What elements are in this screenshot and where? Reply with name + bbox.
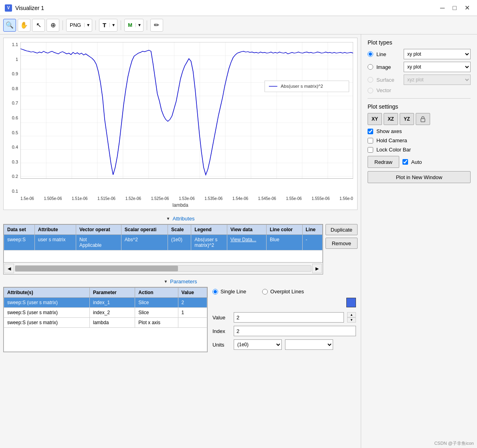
cell-legend: Abs(user smatrix)^2 <box>191 235 227 250</box>
value-spin-up[interactable]: ▲ <box>347 312 356 317</box>
attributes-row[interactable]: sweep:S user s matrix NotApplicable Abs^… <box>4 235 323 250</box>
marker-dropdown-arrow[interactable]: ▼ <box>135 23 143 27</box>
divider-1 <box>368 98 471 99</box>
axis-buttons-group: XY XZ YZ <box>368 113 471 125</box>
parameters-collapse-icon: ▼ <box>164 279 168 284</box>
units-select-1[interactable]: (1e0) <box>234 339 282 350</box>
plot-type-surface-select: xyz plot <box>404 75 471 85</box>
x-axis-labels: 1.5e-06 1.505e-06 1.51e-06 1.515e-06 1.5… <box>20 196 353 201</box>
attributes-scrollbar[interactable] <box>15 265 311 272</box>
show-axes-label: Show axes <box>376 128 402 134</box>
units-row: Units (1e0) <box>212 339 356 350</box>
index-input[interactable] <box>234 326 356 336</box>
scroll-right-button[interactable]: ▶ <box>312 264 322 273</box>
index-label: Index <box>212 328 230 334</box>
line-mode-group: Single Line Overplot Lines <box>212 289 356 295</box>
plot-types-title: Plot types <box>368 39 471 46</box>
window-title: Visualizer 1 <box>15 5 44 11</box>
params-row-3[interactable]: sweep:S (user s matrix) lambda Plot x ax… <box>4 318 207 328</box>
toolbar: 🔍 ✋ ↖ ⊕ PNG ▼ T ▼ M ▼ ✏ <box>0 16 477 34</box>
param-value-1: 2 <box>178 298 207 308</box>
col-scalar-op: Scalar operati <box>121 225 168 235</box>
params-row-1[interactable]: sweep:S (user s matrix) index_1 Slice 2 <box>4 298 207 308</box>
color-swatch-row <box>212 298 356 307</box>
xz-button[interactable]: XZ <box>384 113 398 125</box>
param-attr-3: sweep:S (user s matrix) <box>4 318 90 328</box>
plot-area[interactable]: 1.1 1 0.9 0.8 0.7 0.6 0.5 0.4 0.3 0.2 0.… <box>3 38 358 210</box>
col-param-attr: Attribute(s) <box>4 288 90 298</box>
close-button[interactable]: ✕ <box>462 4 472 12</box>
minimize-button[interactable]: ─ <box>438 4 447 12</box>
yz-button[interactable]: YZ <box>400 113 414 125</box>
cell-dataset: sweep:S <box>4 235 35 250</box>
parameters-header[interactable]: ▼ Parameters <box>3 276 358 287</box>
hold-camera-label: Hold Camera <box>376 137 407 143</box>
attributes-header[interactable]: ▼ Attributes <box>3 213 358 224</box>
value-spin-group: ▲ ▼ <box>347 312 356 323</box>
value-spin-down[interactable]: ▼ <box>347 317 356 323</box>
hold-camera-checkbox[interactable] <box>368 138 373 143</box>
col-param-value: Value <box>178 288 207 298</box>
attributes-side-buttons: Duplicate Remove <box>325 224 358 274</box>
marker-button-label[interactable]: M <box>125 22 135 28</box>
attributes-collapse-icon: ▼ <box>166 216 170 221</box>
text-dropdown-arrow[interactable]: ▼ <box>109 23 117 27</box>
params-table-wrapper: Attribute(s) Parameter Action Value swee… <box>3 287 208 352</box>
lock-button[interactable] <box>416 113 430 125</box>
params-table: Attribute(s) Parameter Action Value swee… <box>4 287 207 352</box>
plot-type-image-label: Image <box>376 64 400 70</box>
duplicate-button[interactable]: Duplicate <box>325 224 358 235</box>
remove-button[interactable]: Remove <box>325 238 358 249</box>
app-icon: V <box>5 4 12 12</box>
pan-button[interactable]: ✋ <box>18 19 30 32</box>
plot-type-image-select[interactable]: xy plot <box>404 62 471 72</box>
value-label: Value <box>212 315 230 321</box>
zoom-button[interactable]: 🔍 <box>3 19 16 32</box>
text-button-label[interactable]: T <box>99 22 109 28</box>
plot-new-window-button[interactable]: Plot in New Window <box>368 171 471 183</box>
lock-color-bar-checkbox[interactable] <box>368 147 373 153</box>
xy-button[interactable]: XY <box>368 113 382 125</box>
pencil-button[interactable]: ✏ <box>150 19 163 32</box>
marker-split-button[interactable]: M ▼ <box>124 19 144 32</box>
lock-color-bar-row: Lock Color Bar <box>368 147 471 153</box>
title-bar-left: V Visualizer 1 <box>5 4 44 12</box>
maximize-button[interactable]: □ <box>450 4 459 12</box>
svg-text:Abs(user s matrix)^2: Abs(user s matrix)^2 <box>281 84 323 89</box>
units-select-2[interactable] <box>285 339 333 350</box>
cell-view-data[interactable]: View Data... <box>227 235 266 250</box>
redraw-button[interactable]: Redraw <box>368 156 399 168</box>
toolbar-sep-2 <box>95 20 96 30</box>
attributes-empty-row <box>4 250 323 262</box>
y-axis-labels: 1.1 1 0.9 0.8 0.7 0.6 0.5 0.4 0.3 0.2 0.… <box>4 42 20 194</box>
col-scale: Scale <box>168 225 191 235</box>
plot-type-line-label: Line <box>376 51 400 57</box>
png-split-button[interactable]: PNG ▼ <box>66 19 92 32</box>
param-value-2: 1 <box>178 308 207 318</box>
svg-rect-6 <box>421 119 425 122</box>
attributes-scroll[interactable]: Data set Attribute Vector operat Scalar … <box>4 224 323 262</box>
cell-scale: (1e0) <box>168 235 191 250</box>
crosshair-button[interactable]: ⊕ <box>46 19 59 32</box>
select-button[interactable]: ↖ <box>32 19 45 32</box>
plot-type-line-select[interactable]: xy plot <box>404 49 471 59</box>
png-button-label[interactable]: PNG <box>67 22 84 28</box>
color-swatch[interactable] <box>346 298 356 307</box>
plot-type-image-radio[interactable] <box>368 64 373 70</box>
plot-type-line-radio[interactable] <box>368 51 373 57</box>
attributes-scrollbar-thumb <box>15 266 178 271</box>
title-bar: V Visualizer 1 ─ □ ✕ <box>0 0 477 16</box>
auto-checkbox[interactable] <box>402 159 408 165</box>
scroll-left-button[interactable]: ◀ <box>4 264 14 273</box>
single-line-row: Single Line <box>212 289 246 295</box>
param-param-3: lambda <box>90 318 135 328</box>
show-axes-checkbox[interactable] <box>368 129 373 134</box>
value-input[interactable] <box>234 312 344 323</box>
png-dropdown-arrow[interactable]: ▼ <box>84 23 92 27</box>
text-split-button[interactable]: T ▼ <box>99 19 117 32</box>
single-line-radio[interactable] <box>212 289 218 295</box>
hold-camera-row: Hold Camera <box>368 137 471 143</box>
overplot-lines-radio[interactable] <box>262 289 268 295</box>
params-row-2[interactable]: sweep:S (user s matrix) index_2 Slice 1 <box>4 308 207 318</box>
window-controls: ─ □ ✕ <box>438 4 472 12</box>
